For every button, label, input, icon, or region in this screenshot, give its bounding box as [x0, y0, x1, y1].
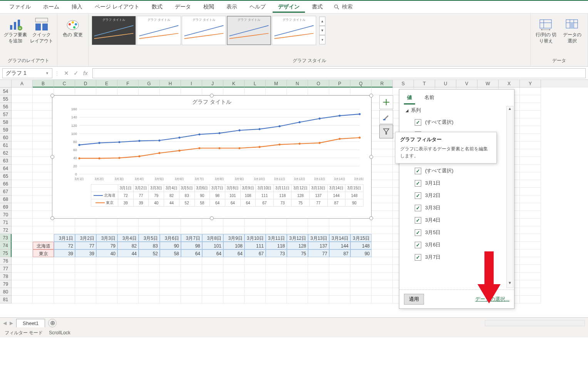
row-header[interactable]: 73: [0, 234, 12, 242]
cell[interactable]: [12, 242, 33, 249]
cell[interactable]: [372, 88, 393, 95]
cell[interactable]: 3月6日: [160, 234, 181, 242]
cell[interactable]: [287, 288, 308, 296]
cell[interactable]: [12, 149, 33, 157]
cell[interactable]: 83: [139, 242, 160, 249]
chart-style-4[interactable]: グラフ タイトル: [227, 16, 271, 45]
cell[interactable]: [54, 280, 75, 288]
cell[interactable]: [350, 226, 372, 234]
column-header[interactable]: Q: [350, 80, 372, 88]
cell[interactable]: [75, 288, 96, 296]
cell[interactable]: 3月14日: [329, 234, 350, 242]
cell[interactable]: [245, 226, 266, 234]
quick-layout-button[interactable]: クイック レイアウト: [29, 16, 54, 45]
tab-review[interactable]: 校閲: [198, 1, 219, 13]
cell[interactable]: [266, 296, 287, 303]
cell[interactable]: [287, 273, 308, 280]
tab-data[interactable]: データ: [169, 1, 196, 13]
cell[interactable]: [287, 226, 308, 234]
cell[interactable]: [54, 257, 75, 265]
cell[interactable]: [520, 142, 541, 149]
cell[interactable]: 77: [75, 242, 96, 249]
cell[interactable]: 101: [202, 242, 223, 249]
cell[interactable]: [287, 265, 308, 273]
cell[interactable]: [12, 265, 33, 273]
cell[interactable]: [372, 211, 393, 219]
cell[interactable]: [329, 296, 350, 303]
column-header[interactable]: P: [329, 80, 350, 88]
cell[interactable]: [308, 219, 329, 226]
cell[interactable]: [245, 265, 266, 273]
cell[interactable]: 3月5日: [139, 234, 160, 242]
row-header[interactable]: 55: [0, 95, 12, 103]
row-header[interactable]: 58: [0, 118, 12, 126]
cell[interactable]: [308, 296, 329, 303]
cell[interactable]: [33, 142, 54, 149]
cell[interactable]: [139, 296, 160, 303]
tab-home[interactable]: ホーム: [38, 1, 65, 13]
cell[interactable]: [12, 249, 33, 257]
cell[interactable]: 3月15日: [350, 234, 372, 242]
cell[interactable]: [75, 226, 96, 234]
cancel-icon[interactable]: ✕: [64, 70, 69, 77]
cell[interactable]: [202, 226, 223, 234]
tab-format[interactable]: 書式: [307, 1, 328, 13]
cell[interactable]: [96, 257, 117, 265]
cell[interactable]: 77: [308, 249, 329, 257]
cell[interactable]: 90: [350, 249, 372, 257]
cell[interactable]: [96, 273, 117, 280]
cell[interactable]: [33, 265, 54, 273]
cell[interactable]: 3月3日: [96, 234, 117, 242]
cell[interactable]: 3月13日: [308, 234, 329, 242]
cell[interactable]: [54, 88, 75, 95]
cell[interactable]: 64: [181, 249, 202, 257]
cell[interactable]: [520, 157, 541, 165]
cell[interactable]: [520, 226, 541, 234]
cell[interactable]: [139, 88, 160, 95]
cell[interactable]: [372, 226, 393, 234]
chart-plot-area[interactable]: 0204060801001201401603月1日3月2日3月3日3月4日3月5…: [52, 107, 371, 184]
cell[interactable]: [308, 265, 329, 273]
cell[interactable]: 75: [287, 249, 308, 257]
cell[interactable]: 44: [117, 249, 139, 257]
cell[interactable]: [223, 219, 245, 226]
column-header[interactable]: K: [223, 80, 245, 88]
cell[interactable]: [117, 273, 139, 280]
filter-category-item[interactable]: ✓3月7日: [405, 251, 513, 263]
cell[interactable]: [202, 257, 223, 265]
cell[interactable]: [202, 265, 223, 273]
cell[interactable]: [54, 296, 75, 303]
cell[interactable]: [75, 257, 96, 265]
cell[interactable]: [117, 296, 139, 303]
cell[interactable]: [202, 288, 223, 296]
cell[interactable]: [54, 226, 75, 234]
cell[interactable]: [223, 265, 245, 273]
cell[interactable]: [372, 203, 393, 211]
cell[interactable]: [372, 219, 393, 226]
cell[interactable]: [139, 288, 160, 296]
cell[interactable]: [139, 226, 160, 234]
tab-formulas[interactable]: 数式: [146, 1, 168, 13]
cell[interactable]: [266, 265, 287, 273]
cell[interactable]: [181, 280, 202, 288]
cell[interactable]: [12, 134, 33, 142]
cell[interactable]: [54, 219, 75, 226]
cell[interactable]: [223, 280, 245, 288]
cell[interactable]: [520, 203, 541, 211]
cell[interactable]: [223, 88, 245, 95]
cell[interactable]: [33, 219, 54, 226]
cell[interactable]: [12, 211, 33, 219]
column-header[interactable]: J: [202, 80, 223, 88]
row-header[interactable]: 72: [0, 226, 12, 234]
cell[interactable]: [329, 257, 350, 265]
resize-handle-se[interactable]: [369, 216, 373, 220]
column-header[interactable]: O: [308, 80, 329, 88]
row-header[interactable]: 78: [0, 273, 12, 280]
cell[interactable]: [117, 257, 139, 265]
chart-style-1[interactable]: グラフ タイトル: [92, 16, 136, 45]
cell[interactable]: [520, 126, 541, 134]
style-scroll-more[interactable]: ▾: [319, 35, 325, 44]
filter-series-select-all[interactable]: ✓(すべて選択): [405, 116, 513, 128]
cell[interactable]: [12, 234, 33, 242]
cell[interactable]: [245, 296, 266, 303]
